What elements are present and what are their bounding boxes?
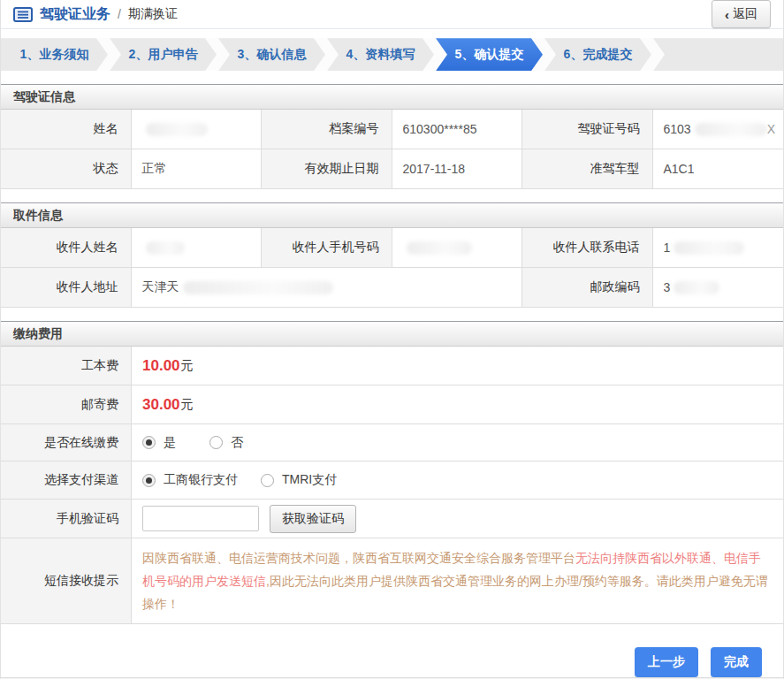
breadcrumb: 驾驶证业务 / 期满换证 — [13, 5, 712, 24]
recipient-phone-value: 1 — [653, 228, 784, 268]
redacted-recipient-mobile — [407, 241, 472, 255]
expiry-label: 有效期止日期 — [262, 149, 392, 189]
work-fee-value: 10.00 元 — [132, 347, 783, 385]
redacted-license-no — [695, 123, 767, 136]
step-5-confirm-submit[interactable]: 5、确认提交 — [436, 38, 543, 71]
work-fee-label: 工本费 — [1, 347, 132, 385]
finish-button[interactable]: 完成 — [711, 647, 762, 677]
post-fee-amount: 30.00 — [142, 396, 180, 414]
postcode-value: 3 — [653, 268, 784, 308]
postcode-label: 邮政编码 — [522, 268, 653, 308]
channel-options: 工商银行支付 TMRI支付 — [132, 462, 783, 500]
address-label: 收件人地址 — [1, 268, 132, 308]
page-title: 驾驶证业务 — [40, 5, 110, 24]
work-fee-unit: 元 — [181, 358, 194, 374]
license-info-table: 姓名 档案编号 610300****85 驾驶证号码 6103 X 状态 正常 … — [1, 110, 783, 189]
radio-channel-icbc[interactable]: 工商银行支付 — [142, 472, 238, 488]
post-fee-label: 邮寄费 — [1, 385, 132, 424]
online-pay-label: 是否在线缴费 — [1, 424, 132, 462]
footer-actions: 上一步 完成 — [1, 647, 783, 677]
vehicle-class-label: 准驾车型 — [522, 149, 653, 189]
redacted-address — [183, 281, 333, 294]
section-license-info: 驾驶证信息 姓名 档案编号 610300****85 驾驶证号码 6103 X … — [1, 84, 783, 189]
step-wizard: 1、业务须知 2、用户申告 3、确认信息 4、资料填写 5、确认提交 6、完成提… — [1, 38, 783, 71]
form-list-icon — [13, 7, 33, 22]
work-fee-amount: 10.00 — [142, 357, 180, 375]
status-value: 正常 — [132, 149, 263, 189]
page: 驾驶证业务 / 期满换证 ‹ 返回 1、业务须知 2、用户申告 3、确认信息 4… — [0, 0, 784, 679]
radio-online-pay-no[interactable]: 否 — [209, 435, 243, 451]
expiry-value: 2017-11-18 — [392, 149, 523, 189]
address-value: 天津天 — [132, 268, 523, 308]
step-4-fill-data[interactable]: 4、资料填写 — [327, 38, 434, 71]
fees-table: 工本费 10.00 元 邮寄费 30.00 元 是否在线缴费 是 否 — [1, 347, 783, 624]
radio-online-pay-yes[interactable]: 是 — [142, 435, 176, 451]
breadcrumb-separator: / — [118, 7, 121, 21]
license-no-value: 6103 X — [653, 110, 784, 149]
section-title-license: 驾驶证信息 — [1, 85, 783, 110]
radio-unchecked-icon[interactable] — [261, 474, 274, 487]
redacted-postcode — [674, 281, 719, 294]
sms-code-input[interactable] — [142, 506, 259, 531]
recipient-mobile-value — [392, 228, 523, 268]
sms-code-label: 手机验证码 — [1, 500, 132, 538]
section-pickup-info: 取件信息 收件人姓名 收件人手机号码 收件人联系电话 1 收件人地址 天津天 邮… — [1, 202, 783, 308]
radio-checked-icon[interactable] — [142, 474, 156, 487]
redacted-recipient-name — [146, 241, 185, 255]
recipient-mobile-label: 收件人手机号码 — [262, 228, 392, 268]
step-2-user-declaration[interactable]: 2、用户申告 — [110, 38, 217, 71]
license-no-label: 驾驶证号码 — [522, 110, 653, 149]
recipient-phone-label: 收件人联系电话 — [522, 228, 653, 268]
step-6-finish-submit[interactable]: 6、完成提交 — [544, 38, 651, 71]
post-fee-value: 30.00 元 — [132, 385, 783, 424]
channel-label: 选择支付渠道 — [1, 462, 132, 500]
status-label: 状态 — [1, 149, 132, 189]
vehicle-class-value: A1C1 — [653, 149, 784, 189]
post-fee-unit: 元 — [181, 397, 194, 413]
radio-channel-tmri[interactable]: TMRI支付 — [261, 472, 337, 488]
radio-checked-icon[interactable] — [142, 436, 156, 449]
recipient-name-label: 收件人姓名 — [1, 228, 132, 268]
radio-unchecked-icon[interactable] — [209, 436, 223, 449]
sms-code-row: 获取验证码 — [132, 500, 783, 538]
step-3-confirm-info[interactable]: 3、确认信息 — [218, 38, 325, 71]
back-button-label: 返回 — [733, 6, 757, 22]
page-subtitle: 期满换证 — [128, 6, 178, 22]
step-wizard-filler — [653, 38, 783, 71]
section-title-fees: 缴纳费用 — [1, 322, 783, 347]
recipient-name-value — [132, 228, 263, 268]
sms-note-label: 短信接收提示 — [1, 538, 132, 624]
redacted-recipient-phone — [674, 241, 744, 255]
step-1-business-notice[interactable]: 1、业务须知 — [1, 38, 108, 71]
file-no-label: 档案编号 — [262, 110, 392, 149]
previous-step-button[interactable]: 上一步 — [635, 647, 698, 677]
pickup-info-table: 收件人姓名 收件人手机号码 收件人联系电话 1 收件人地址 天津天 邮政编码 3 — [1, 228, 783, 308]
name-label: 姓名 — [1, 110, 132, 149]
sms-note-text: 因陕西省联通、电信运营商技术问题，陕西省互联网交通安全综合服务管理平台无法向持陕… — [132, 538, 783, 624]
redacted-name — [146, 123, 208, 136]
file-no-value: 610300****85 — [392, 110, 523, 149]
section-fees: 缴纳费用 工本费 10.00 元 邮寄费 30.00 元 是否在线缴费 是 — [1, 321, 783, 624]
back-button[interactable]: ‹ 返回 — [712, 0, 771, 28]
get-sms-code-button[interactable]: 获取验证码 — [270, 505, 356, 533]
section-title-pickup: 取件信息 — [1, 203, 783, 228]
page-header: 驾驶证业务 / 期满换证 ‹ 返回 — [1, 0, 783, 29]
online-pay-options: 是 否 — [132, 424, 783, 462]
name-value — [132, 110, 263, 149]
chevron-left-icon: ‹ — [725, 8, 729, 21]
